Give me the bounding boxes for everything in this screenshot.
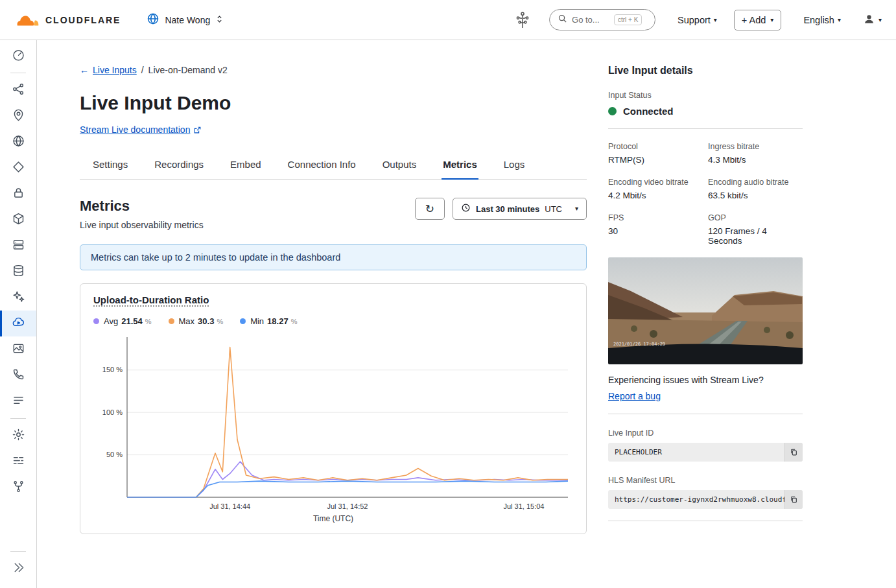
sidebar-item-database[interactable]	[0, 259, 36, 285]
language-label: English	[803, 15, 834, 25]
sidebar-item-pipelines[interactable]	[0, 449, 36, 475]
sidebar-item-expand[interactable]	[0, 556, 36, 582]
search-input[interactable]	[572, 15, 609, 25]
documentation-link[interactable]: Stream Live documentation	[80, 124, 202, 135]
sidebar-item-server[interactable]	[0, 233, 36, 259]
ai-sparkles-icon	[12, 290, 25, 306]
detail-value: 4.3 Mbit/s	[708, 155, 803, 165]
copy-icon	[790, 495, 798, 504]
database-icon	[12, 264, 25, 280]
tree-icon[interactable]	[514, 10, 531, 30]
sidebar-item-globe[interactable]	[0, 129, 36, 155]
sidebar-item-lock[interactable]	[0, 181, 36, 207]
detail-field: Encoding video bitrate4.2 Mbit/s	[608, 178, 703, 200]
account-switcher[interactable]: Nate Wong	[147, 12, 224, 27]
tab-metrics[interactable]: Metrics	[442, 154, 478, 180]
hls-manifest-label: HLS Manifest URL	[608, 476, 803, 485]
queues-icon	[12, 394, 25, 410]
sidebar-item-queues[interactable]	[0, 388, 36, 414]
lock-icon	[12, 186, 25, 202]
brand-name: CLOUDFLARE	[45, 15, 121, 25]
user-menu[interactable]: ▾	[863, 13, 882, 27]
sidebar-item-speed[interactable]	[0, 43, 36, 69]
sidebar-item-calls[interactable]	[0, 362, 36, 388]
video-frame: 2021/01/26 17:04:29	[608, 257, 803, 364]
copy-hls-button[interactable]	[784, 490, 803, 509]
breadcrumb-back-label: Live Inputs	[93, 65, 137, 75]
expand-icon	[12, 561, 25, 577]
globe-icon	[12, 134, 25, 150]
tab-recordings[interactable]: Recordings	[153, 154, 205, 180]
svg-text:Jul 31, 14:52: Jul 31, 14:52	[327, 502, 368, 510]
tab-embed[interactable]: Embed	[229, 154, 263, 180]
tab-settings[interactable]: Settings	[91, 154, 129, 180]
chevron-down-icon: ▾	[838, 17, 841, 23]
legend-dot	[93, 318, 99, 324]
hls-manifest-value: https://customer-igynxd2rwhmuoxw8.cloudf	[608, 495, 784, 504]
settings-gear-icon	[12, 428, 25, 444]
legend-item-avg[interactable]: Avg21.54%	[93, 316, 152, 326]
language-menu[interactable]: English ▾	[803, 15, 841, 25]
legend-item-max[interactable]: Max30.3%	[169, 316, 224, 326]
divider	[608, 128, 803, 129]
time-range-dropdown[interactable]: Last 30 minutes UTC ▾	[453, 198, 587, 220]
sidebar-item-registrar-diamond[interactable]	[0, 155, 36, 181]
details-heading: Live Input details	[608, 65, 803, 76]
tab-outputs[interactable]: Outputs	[381, 154, 418, 180]
topbar: CLOUDFLARE Nate Wong ctrl + K Support ▾ …	[0, 0, 896, 40]
sidebar	[0, 40, 37, 588]
workspace: ← Live Inputs / Live-on-Demand v2 Live I…	[0, 40, 896, 588]
support-menu[interactable]: Support ▾	[678, 15, 717, 25]
video-preview[interactable]: 2021/01/26 17:04:29	[608, 257, 803, 364]
sidebar-item-stream-cloud[interactable]	[0, 311, 36, 336]
status-value: Connected	[623, 106, 674, 117]
copy-input-id-button[interactable]	[784, 443, 803, 462]
add-label: + Add	[742, 15, 766, 25]
sidebar-item-ai-sparkles[interactable]	[0, 285, 36, 311]
tabs: SettingsRecordingsEmbedConnection InfoOu…	[80, 154, 587, 180]
sidebar-item-network[interactable]	[0, 77, 36, 103]
cloudflare-cloud-icon	[14, 12, 41, 29]
report-bug-link[interactable]: Report a bug	[608, 391, 661, 401]
info-banner-text: Metrics can take up to 2 minutes to upda…	[91, 252, 340, 263]
legend-item-min[interactable]: Min18.27%	[240, 316, 297, 326]
legend-dot	[240, 318, 246, 324]
detail-field: FPS30	[608, 213, 703, 246]
legend-dot	[169, 318, 174, 324]
chart-svg: 50 %100 %150 %Jul 31, 14:44Jul 31, 14:52…	[93, 334, 573, 514]
breadcrumb: ← Live Inputs / Live-on-Demand v2	[80, 65, 587, 75]
divider	[608, 521, 803, 521]
cloudflare-logo[interactable]: CLOUDFLARE	[14, 12, 121, 29]
sidebar-item-package[interactable]	[0, 207, 36, 233]
sidebar-divider	[10, 551, 26, 552]
detail-label: FPS	[608, 213, 703, 222]
sidebar-divider	[10, 418, 26, 419]
stream-cloud-icon	[12, 316, 25, 332]
time-range-label: Last 30 minutes	[476, 204, 539, 214]
live-input-id-field: PLACEHOLDER	[608, 443, 803, 462]
chevron-updown-icon	[215, 14, 224, 26]
chevron-down-icon: ▾	[770, 17, 773, 23]
tab-connection-info[interactable]: Connection Info	[287, 154, 357, 180]
chevron-down-icon: ▾	[714, 17, 717, 23]
search-icon	[558, 14, 567, 26]
sidebar-item-images[interactable]	[0, 336, 36, 362]
back-arrow-icon: ←	[80, 65, 89, 75]
sidebar-item-map-pin[interactable]	[0, 103, 36, 129]
status-row: Connected	[608, 106, 803, 117]
detail-value: 120 Frames / 4 Seconds	[708, 226, 803, 246]
tab-logs[interactable]: Logs	[502, 154, 526, 180]
person-icon	[863, 13, 875, 27]
server-icon	[12, 238, 25, 254]
detail-label: Encoding audio bitrate	[708, 178, 803, 187]
add-button[interactable]: + Add ▾	[734, 10, 782, 30]
chevron-down-icon: ▾	[878, 17, 882, 23]
chart-xlabel: Time (UTC)	[93, 514, 573, 523]
live-input-id-value: PLACEHOLDER	[608, 448, 784, 456]
status-dot	[608, 107, 617, 115]
sidebar-item-settings-gear[interactable]	[0, 423, 36, 449]
search-box[interactable]: ctrl + K	[549, 9, 655, 30]
sidebar-item-fork[interactable]	[0, 475, 36, 500]
refresh-button[interactable]: ↻	[415, 198, 445, 220]
breadcrumb-back-link[interactable]: ← Live Inputs	[80, 65, 137, 75]
